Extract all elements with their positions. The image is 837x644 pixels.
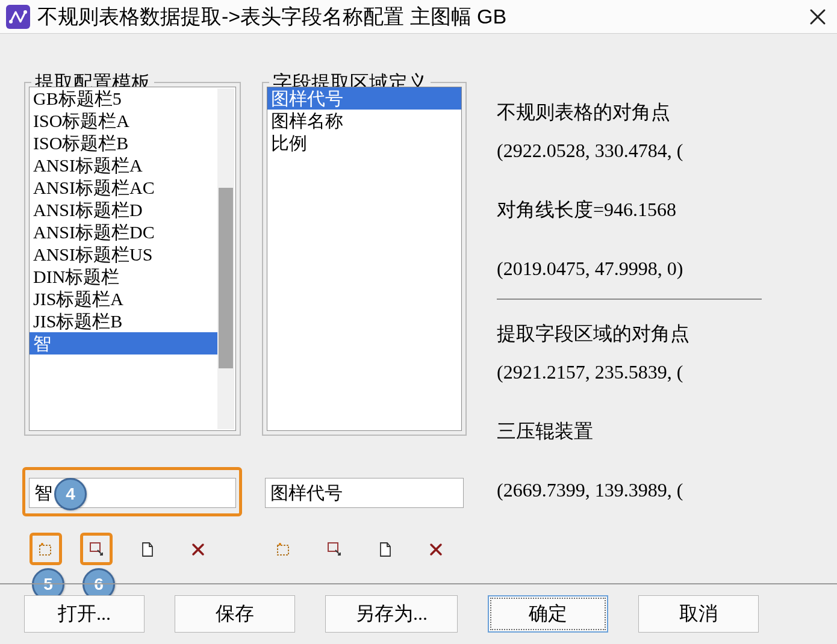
list-item[interactable]: ANSI标题栏A (30, 154, 217, 176)
svg-rect-5 (90, 543, 100, 551)
window-title: 不规则表格数据提取->表头字段名称配置 主图幅 GB (37, 3, 804, 31)
field-corner-point-2: (2669.7399, 139.3989, ( (497, 473, 825, 507)
app-icon (5, 4, 31, 30)
fields-toolbar (274, 539, 446, 560)
info-panel: 不规则表格的对角点 (2922.0528, 330.4784, ( 对角线长度=… (497, 95, 825, 507)
pick-rect-icon[interactable] (274, 539, 294, 560)
list-item[interactable]: 智 (30, 332, 217, 355)
pick-point-icon[interactable] (87, 539, 107, 560)
svg-rect-8 (328, 543, 338, 551)
list-item[interactable]: 比例 (267, 132, 461, 154)
svg-point-7 (279, 543, 281, 545)
field-corner-point-1: (2921.2157, 235.5839, ( (497, 355, 825, 389)
info-separator (497, 299, 762, 300)
field-corner-label: 提取字段区域的对角点 (497, 317, 825, 350)
list-item[interactable]: GB标题栏5 (30, 87, 217, 110)
list-item[interactable]: ISO标题栏A (30, 110, 217, 132)
templates-toolbar (36, 539, 208, 560)
delete-icon[interactable] (426, 539, 446, 560)
field-extracted-value: 三压辊装置 (497, 414, 825, 448)
saveas-button[interactable]: 另存为... (325, 595, 458, 633)
scrollbar-thumb[interactable] (219, 188, 233, 368)
table-corner-point-2: (2019.0475, 47.9998, 0) (497, 252, 825, 285)
table-corner-label: 不规则表格的对角点 (497, 95, 825, 129)
cancel-button[interactable]: 取消 (638, 595, 759, 633)
svg-point-4 (41, 543, 43, 545)
svg-rect-3 (40, 545, 51, 555)
fields-group: 字段提取区域定义 图样代号 图样名称 比例 (262, 82, 467, 436)
svg-rect-6 (278, 545, 288, 555)
list-item[interactable]: ANSI标题栏AC (30, 176, 217, 199)
ok-button[interactable]: 确定 (488, 595, 608, 633)
templates-group: 提取配置模板 GB标题栏5 ISO标题栏A ISO标题栏B ANSI标题栏A A… (24, 82, 241, 436)
new-icon[interactable] (137, 539, 158, 560)
delete-icon[interactable] (188, 539, 208, 560)
list-item[interactable]: ANSI标题栏DC (30, 221, 217, 243)
templates-listbox[interactable]: GB标题栏5 ISO标题栏A ISO标题栏B ANSI标题栏A ANSI标题栏A… (29, 87, 236, 431)
field-name-input[interactable] (265, 478, 464, 508)
fields-listbox[interactable]: 图样代号 图样名称 比例 (267, 87, 462, 431)
dialog-body: 提取配置模板 GB标题栏5 ISO标题栏A ISO标题栏B ANSI标题栏A A… (0, 34, 837, 644)
list-item[interactable]: 图样代号 (267, 87, 461, 110)
diagonal-length: 对角线长度=946.1568 (497, 193, 825, 226)
open-button[interactable]: 打开... (24, 595, 145, 633)
title-bar: 不规则表格数据提取->表头字段名称配置 主图幅 GB (0, 0, 837, 34)
save-button[interactable]: 保存 (175, 595, 295, 633)
close-icon[interactable] (804, 4, 831, 30)
list-item[interactable]: 图样名称 (267, 110, 461, 132)
list-item[interactable]: ANSI标题栏D (30, 199, 217, 221)
list-item[interactable]: ISO标题栏B (30, 132, 217, 154)
template-name-input[interactable] (29, 478, 236, 508)
pick-rect-icon[interactable] (36, 539, 57, 560)
list-item[interactable]: JIS标题栏A (30, 288, 217, 310)
table-corner-point-1: (2922.0528, 330.4784, ( (497, 134, 825, 167)
svg-point-2 (23, 10, 27, 14)
pick-point-icon[interactable] (325, 539, 345, 560)
svg-point-1 (9, 20, 13, 23)
list-item[interactable]: ANSI标题栏US (30, 243, 217, 265)
new-icon[interactable] (375, 539, 396, 560)
scrollbar[interactable] (217, 88, 234, 429)
list-item[interactable]: JIS标题栏B (30, 310, 217, 332)
dialog-button-bar: 打开... 保存 另存为... 确定 取消 (0, 583, 837, 644)
list-item[interactable]: DIN标题栏 (30, 265, 217, 288)
